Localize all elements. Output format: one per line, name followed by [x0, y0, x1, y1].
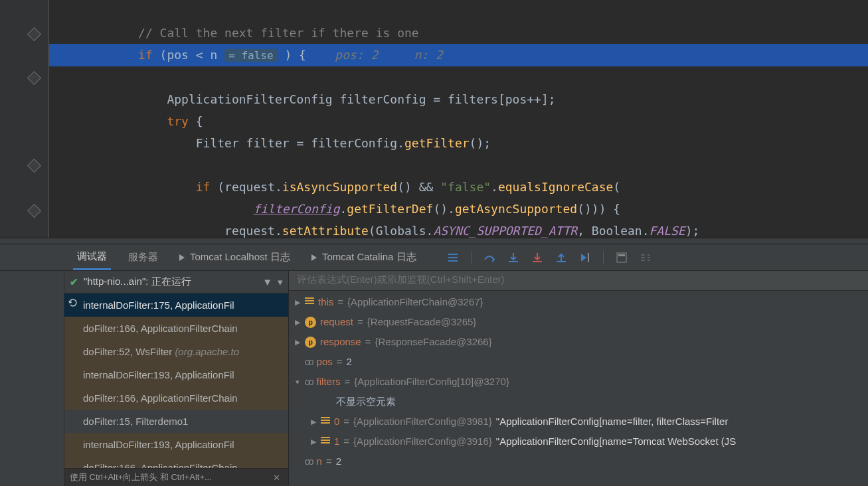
- inline-hint: n: 2: [414, 48, 443, 62]
- force-step-into-icon[interactable]: [531, 252, 543, 264]
- parameter-icon: p: [305, 317, 316, 328]
- step-out-icon[interactable]: [555, 252, 567, 264]
- frame-item[interactable]: internalDoFilter:193, ApplicationFil: [64, 363, 288, 386]
- frames-panel: ✔ "http-nio...ain": 正在运行 ▼ ▾ internalDoF…: [64, 271, 289, 486]
- variables-tree[interactable]: ▶ this = {ApplicationFilterChain@3267} ▶…: [289, 291, 868, 486]
- svg-rect-3: [588, 253, 589, 262]
- frame-item[interactable]: doFilter:52, WsFilter (org.apache.to: [64, 340, 288, 363]
- code-editor[interactable]: // Call the next filter if there is one …: [0, 0, 868, 238]
- watch-icon: oo: [305, 354, 313, 370]
- var-row[interactable]: ▶ p request = {RequestFacade@3265}: [289, 312, 868, 332]
- var-row[interactable]: ▾ oo filters = {ApplicationFilterConfig[…: [289, 372, 868, 392]
- trace-current-stream-chain-icon[interactable]: [640, 252, 651, 264]
- debug-tabs: 调试器 服务器 Tomcat Localhost 日志 Tomcat Catal…: [0, 244, 868, 271]
- code-comment: // Call the next filter if there is one: [138, 26, 419, 40]
- current-exec-line: if (pos < n = false ) { pos: 2 n: 2: [49, 44, 868, 66]
- fold-marker[interactable]: [27, 71, 41, 85]
- expand-icon[interactable]: ▶: [294, 314, 301, 330]
- var-row[interactable]: oo n = 2: [289, 451, 868, 471]
- expand-icon[interactable]: ▶: [294, 334, 301, 350]
- symbol-link[interactable]: filterConfig: [253, 202, 339, 216]
- drop-frame-icon: [68, 298, 78, 307]
- show-execution-point-icon[interactable]: [447, 252, 459, 264]
- frame-item[interactable]: internalDoFilter:175, ApplicationFil: [64, 293, 288, 317]
- evaluate-expression-icon[interactable]: [616, 252, 628, 264]
- tab-tomcat-catalina-log[interactable]: Tomcat Catalina 日志: [307, 246, 420, 269]
- frame-item[interactable]: doFilter:15, Filterdemo1: [64, 410, 288, 433]
- close-icon[interactable]: ✕: [270, 473, 283, 483]
- collapse-icon[interactable]: ▾: [294, 374, 301, 390]
- frames-header: ✔ "http-nio...ain": 正在运行 ▼ ▾: [64, 271, 288, 293]
- fold-marker[interactable]: [27, 159, 41, 173]
- parameter-icon: p: [305, 337, 316, 348]
- thread-selector[interactable]: "http-nio...ain": 正在运行: [84, 276, 257, 288]
- fold-marker[interactable]: [27, 204, 41, 218]
- thread-running-icon: ✔: [70, 276, 78, 288]
- watch-icon: oo: [305, 453, 313, 469]
- frame-item[interactable]: doFilter:166, ApplicationFilterChain: [64, 386, 288, 410]
- expand-icon[interactable]: ▶: [310, 414, 317, 430]
- play-icon: [311, 254, 317, 261]
- frame-list[interactable]: internalDoFilter:175, ApplicationFil doF…: [64, 293, 288, 468]
- svg-rect-2: [557, 261, 566, 262]
- separator: [471, 251, 472, 264]
- frame-item[interactable]: doFilter:166, ApplicationFilterChain: [64, 456, 288, 468]
- var-row[interactable]: ▶ 1 = {ApplicationFilterConfig@3916} "Ap…: [289, 432, 868, 451]
- svg-rect-0: [509, 261, 518, 262]
- frame-item[interactable]: internalDoFilter:193, ApplicationFil: [64, 433, 288, 456]
- evaluate-expression-input[interactable]: 评估表达式(Enter)或添加监视(Ctrl+Shift+Enter): [289, 271, 868, 291]
- expand-icon[interactable]: ▶: [310, 434, 317, 449]
- tab-server[interactable]: 服务器: [124, 246, 162, 269]
- debug-panel: 调试器 服务器 Tomcat Localhost 日志 Tomcat Catal…: [0, 244, 868, 486]
- object-icon: [321, 417, 330, 426]
- var-row[interactable]: oo pos = 2: [289, 352, 868, 372]
- var-info-row: 不显示空元素: [289, 392, 868, 412]
- panel-splitter[interactable]: [0, 238, 868, 244]
- var-row[interactable]: ▶ 0 = {ApplicationFilterConfig@3981} "Ap…: [289, 412, 868, 432]
- editor-gutter: [0, 0, 49, 238]
- debug-side-toolbar[interactable]: [0, 271, 64, 486]
- variables-panel: 评估表达式(Enter)或添加监视(Ctrl+Shift+Enter) ▶ th…: [289, 271, 868, 486]
- inline-eval-badge: = false: [224, 49, 277, 62]
- inline-hint: pos: 2: [335, 48, 378, 62]
- play-icon: [179, 254, 185, 261]
- var-row[interactable]: ▶ this = {ApplicationFilterChain@3267}: [289, 292, 868, 312]
- separator: [603, 251, 604, 264]
- svg-rect-1: [533, 261, 542, 262]
- tab-tomcat-localhost-log[interactable]: Tomcat Localhost 日志: [175, 246, 294, 269]
- breakpoint-marker[interactable]: [27, 27, 41, 41]
- watch-icon: oo: [305, 374, 313, 390]
- svg-rect-5: [618, 254, 625, 256]
- debug-toolbar: [447, 251, 651, 264]
- object-icon: [305, 297, 314, 307]
- code-area[interactable]: // Call the next filter if there is one …: [49, 0, 868, 238]
- object-icon: [321, 437, 330, 446]
- filter-icon[interactable]: ▼: [262, 276, 272, 287]
- keymap-hint: 使用 Ctrl+Alt+向上箭头 和 Ctrl+Alt+... ✕: [64, 468, 288, 486]
- step-over-icon[interactable]: [483, 252, 495, 264]
- run-to-cursor-icon[interactable]: [579, 252, 591, 264]
- tab-debugger[interactable]: 调试器: [73, 245, 111, 270]
- step-into-icon[interactable]: [507, 252, 519, 264]
- dropdown-icon[interactable]: ▾: [278, 276, 283, 288]
- frame-item[interactable]: doFilter:166, ApplicationFilterChain: [64, 317, 288, 340]
- var-row[interactable]: ▶ p response = {ResponseFacade@3266}: [289, 332, 868, 352]
- expand-icon[interactable]: ▶: [294, 294, 301, 310]
